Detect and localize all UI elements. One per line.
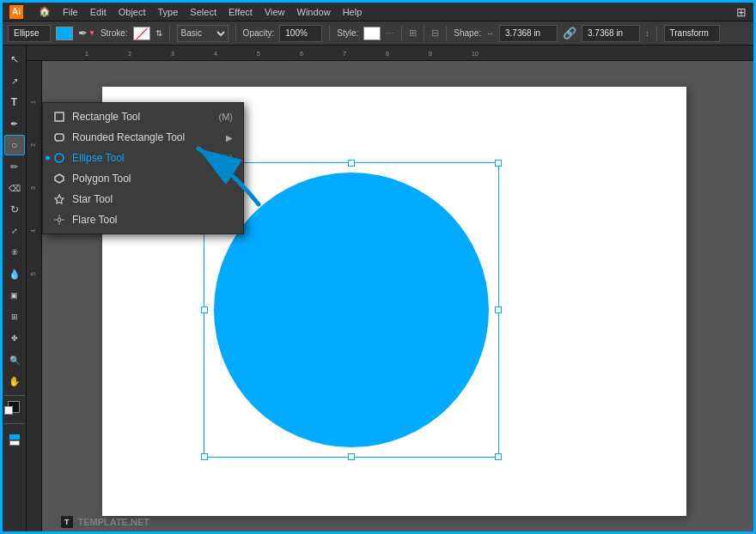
separator-2 bbox=[235, 26, 236, 41]
stroke-swatch[interactable] bbox=[133, 27, 150, 40]
stroke-arrows[interactable]: ⇅ bbox=[155, 28, 162, 38]
separator-1 bbox=[169, 26, 170, 41]
direct-selection-tool[interactable]: ↗ bbox=[4, 70, 25, 91]
stroke-color-box[interactable] bbox=[4, 406, 13, 415]
svg-text:3: 3 bbox=[171, 51, 174, 57]
ellipse-icon bbox=[53, 152, 65, 164]
rounded-rectangle-tool-item[interactable]: Rounded Rectangle Tool ▶ bbox=[43, 127, 243, 148]
scale-tool[interactable]: ⤢ bbox=[4, 221, 25, 241]
align-icon[interactable]: ⊞ bbox=[409, 27, 417, 39]
ruler-marks: 1 2 3 4 5 6 7 8 9 10 bbox=[42, 46, 753, 60]
rotate-icon: ↻ bbox=[10, 203, 19, 215]
submenu-arrow: ▶ bbox=[226, 133, 233, 143]
eraser-tool[interactable]: ⌫ bbox=[4, 178, 25, 198]
separator-4 bbox=[401, 26, 402, 41]
mesh-icon: ⊞ bbox=[11, 313, 18, 321]
toolbar-divider-1 bbox=[4, 395, 25, 396]
symbol-tool[interactable]: ✤ bbox=[4, 328, 25, 349]
menu-select[interactable]: Select bbox=[190, 7, 216, 17]
menu-help[interactable]: Help bbox=[343, 7, 363, 17]
gradient-fill-icon bbox=[9, 440, 20, 446]
transform-label[interactable]: Transform bbox=[664, 25, 720, 42]
zoom-tool[interactable]: 🔍 bbox=[4, 349, 25, 370]
menu-effect[interactable]: Effect bbox=[229, 7, 253, 17]
svg-text:1: 1 bbox=[30, 100, 36, 104]
blend-tool[interactable]: ⑧ bbox=[4, 242, 25, 263]
menu-object[interactable]: Object bbox=[119, 7, 146, 17]
separator-6 bbox=[446, 26, 447, 41]
eyedropper-tool[interactable]: 💧 bbox=[4, 264, 25, 284]
shape-tool[interactable]: ○ bbox=[4, 135, 25, 155]
handle-top-middle[interactable] bbox=[348, 160, 355, 167]
watermark: T TEMPLATE.NET bbox=[61, 516, 149, 528]
scale-icon: ⤢ bbox=[11, 227, 18, 235]
mesh-tool[interactable]: ⊞ bbox=[4, 306, 25, 327]
eyedropper-icon: 💧 bbox=[9, 269, 21, 280]
toolbar-divider-2 bbox=[4, 423, 25, 424]
pen-tool[interactable]: ✒ bbox=[4, 113, 25, 134]
menu-view[interactable]: View bbox=[265, 7, 285, 17]
ellipse-tool-item[interactable]: Ellipse Tool (L) bbox=[43, 148, 243, 168]
rectangle-shortcut: (M) bbox=[219, 112, 234, 122]
color-mode-group bbox=[9, 434, 20, 446]
text-tool[interactable]: T bbox=[4, 92, 25, 112]
stroke-style-select[interactable]: Basic bbox=[177, 25, 229, 42]
rounded-rectangle-icon bbox=[53, 131, 65, 143]
canvas-container: 1 2 3 4 5 6 7 8 9 10 1 2 3 4 5 bbox=[27, 46, 753, 534]
svg-rect-16 bbox=[55, 112, 64, 121]
fill-swatch[interactable] bbox=[56, 27, 73, 40]
eraser-icon: ⌫ bbox=[9, 184, 21, 193]
chain-icon[interactable]: 🔗 bbox=[563, 27, 576, 39]
active-indicator bbox=[46, 156, 50, 161]
menu-file[interactable]: File bbox=[63, 7, 78, 17]
svg-text:9: 9 bbox=[429, 51, 432, 57]
fill-stroke-colors[interactable] bbox=[4, 401, 25, 418]
rotate-tool[interactable]: ↻ bbox=[4, 199, 25, 220]
rectangle-tool-item[interactable]: Rectangle Tool (M) bbox=[43, 106, 243, 127]
gradient-tool[interactable]: ▣ bbox=[4, 285, 25, 306]
menu-edit[interactable]: Edit bbox=[90, 7, 107, 17]
menu-type[interactable]: Type bbox=[158, 7, 179, 17]
hand-tool[interactable]: ✋ bbox=[4, 371, 25, 391]
width-value[interactable]: 3.7368 in bbox=[499, 25, 558, 42]
zoom-icon: 🔍 bbox=[9, 355, 20, 365]
handle-bottom-middle[interactable] bbox=[348, 453, 355, 460]
document-label: Ellipse bbox=[8, 25, 51, 42]
height-icon: ↕ bbox=[645, 29, 649, 38]
svg-text:3: 3 bbox=[30, 186, 36, 190]
horizontal-ruler: 1 2 3 4 5 6 7 8 9 10 bbox=[27, 46, 753, 61]
home-icon[interactable]: 🏠 bbox=[39, 6, 51, 17]
separator-7 bbox=[656, 26, 657, 41]
handle-middle-left[interactable] bbox=[201, 306, 208, 313]
rounded-rectangle-label: Rounded Rectangle Tool bbox=[72, 131, 185, 143]
ellipse-shortcut: (L) bbox=[222, 153, 233, 163]
polygon-tool-item[interactable]: Polygon Tool bbox=[43, 168, 243, 189]
handle-top-right[interactable] bbox=[495, 160, 502, 167]
style-swatch[interactable] bbox=[363, 27, 381, 40]
svg-text:5: 5 bbox=[30, 272, 36, 276]
height-value[interactable]: 3.7368 in bbox=[582, 25, 640, 42]
pen-tool-icon[interactable]: ✒ ▼ bbox=[78, 27, 95, 39]
flare-tool-item[interactable]: Flare Tool bbox=[43, 209, 243, 230]
pen-icon: ✒ bbox=[10, 118, 18, 130]
menu-window[interactable]: Window bbox=[297, 7, 331, 17]
selection-icon: ↖ bbox=[10, 53, 19, 65]
center-handle bbox=[348, 306, 353, 312]
workspace-icon[interactable]: ⊞ bbox=[736, 5, 747, 19]
handle-bottom-left[interactable] bbox=[201, 453, 208, 460]
main-layout: ↖ ↗ T ✒ ○ ✏ ⌫ ↻ ⤢ ⑧ 💧 ▣ bbox=[3, 46, 753, 534]
selection-tool[interactable]: ↖ bbox=[4, 49, 25, 70]
svg-rect-17 bbox=[55, 134, 64, 141]
watermark-logo: T bbox=[61, 516, 73, 528]
pencil-tool[interactable]: ✏ bbox=[4, 156, 25, 177]
fill-container[interactable] bbox=[4, 429, 25, 450]
handle-bottom-right[interactable] bbox=[495, 453, 502, 460]
opacity-value[interactable]: 100% bbox=[279, 25, 322, 42]
pencil-icon: ✏ bbox=[10, 161, 18, 173]
grid-icon[interactable]: ⊟ bbox=[431, 27, 439, 39]
blend-icon: ⑧ bbox=[11, 248, 18, 257]
separator-3 bbox=[329, 26, 330, 41]
polygon-icon bbox=[53, 173, 65, 185]
handle-middle-right[interactable] bbox=[495, 306, 502, 313]
star-tool-item[interactable]: Star Tool bbox=[43, 189, 243, 209]
